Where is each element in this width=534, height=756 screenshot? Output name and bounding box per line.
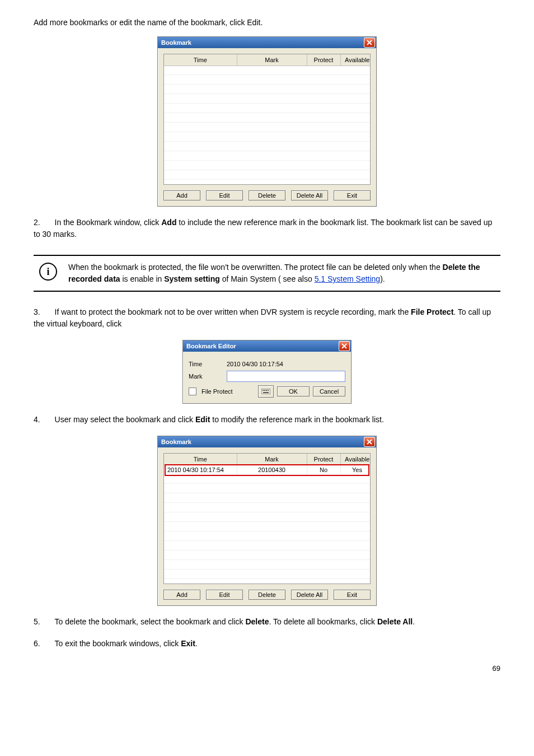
col-time[interactable]: Time xyxy=(164,54,237,66)
edit-button[interactable]: Edit xyxy=(206,190,243,200)
col-available[interactable]: Available xyxy=(340,54,371,66)
step-bold: Delete All xyxy=(377,617,413,626)
step-bold: File Protect xyxy=(411,307,453,316)
info-text: is enable in xyxy=(120,274,165,283)
step-number: 2. xyxy=(34,218,40,227)
dialog-title: Bookmark xyxy=(161,39,364,46)
step-text: . To delete all bookmarks, click xyxy=(269,617,377,626)
close-icon[interactable] xyxy=(339,341,350,351)
col-mark[interactable]: Mark xyxy=(237,454,307,465)
step-bold: Edit xyxy=(195,415,210,424)
cell-time: 2010 04/30 10:17:54 xyxy=(164,465,237,475)
col-available[interactable]: Available xyxy=(340,454,371,465)
step-text: . xyxy=(195,639,198,648)
delete-all-button[interactable]: Delete All xyxy=(291,190,328,200)
svg-rect-3 xyxy=(266,390,267,391)
info-bold: System setting xyxy=(164,274,220,283)
info-text: When the bookmark is protected, the file… xyxy=(68,263,443,272)
step-4: 4. User may select the bookmark and clic… xyxy=(34,414,500,426)
close-icon[interactable] xyxy=(364,437,375,447)
intro-text: Add more bookmarks or edit the name of t… xyxy=(34,17,500,29)
col-mark[interactable]: Mark xyxy=(237,54,307,66)
step-3: 3. If want to protect the bookmark not t… xyxy=(34,306,500,330)
step-bold: Delete xyxy=(245,617,269,626)
step-text: If want to protect the bookmark not to b… xyxy=(55,307,411,316)
info-panel: i When the bookmark is protected, the fi… xyxy=(34,255,500,292)
col-protect[interactable]: Protect xyxy=(307,54,340,66)
svg-rect-2 xyxy=(264,390,265,391)
exit-button[interactable]: Exit xyxy=(334,190,371,200)
step-number: 3. xyxy=(34,307,40,316)
file-protect-label: File Protect xyxy=(202,388,233,395)
table-row[interactable]: 2010 04/30 10:17:54 20100430 No Yes xyxy=(164,465,371,475)
cell-mark: 20100430 xyxy=(237,465,307,475)
svg-rect-0 xyxy=(261,389,270,394)
info-text: of Main System ( see also xyxy=(220,274,315,283)
info-link[interactable]: 5.1 System Setting xyxy=(315,274,381,283)
mark-label: Mark xyxy=(189,373,220,380)
svg-rect-4 xyxy=(268,390,269,391)
delete-all-button[interactable]: Delete All xyxy=(291,590,328,600)
time-value: 2010 04/30 10:17:54 xyxy=(227,361,345,367)
bookmark-dialog-populated: Bookmark Time xyxy=(157,436,377,606)
delete-button[interactable]: Delete xyxy=(249,590,285,600)
step-text: to modify the reference mark in the book… xyxy=(210,415,383,424)
step-6: 6. To exit the bookmark windows, click E… xyxy=(34,638,500,650)
exit-button[interactable]: Exit xyxy=(334,590,371,600)
ok-button[interactable]: OK xyxy=(277,386,310,396)
delete-button[interactable]: Delete xyxy=(249,190,285,200)
step-number: 4. xyxy=(34,415,40,424)
add-button[interactable]: Add xyxy=(163,190,200,200)
page-number: 69 xyxy=(34,664,500,673)
col-protect[interactable]: Protect xyxy=(307,454,340,465)
bookmark-dialog-empty: Bookmark Time Mark xyxy=(157,36,377,207)
dialog-title: Bookmark Editor xyxy=(186,343,339,349)
step-text: . xyxy=(413,617,415,626)
svg-rect-1 xyxy=(263,390,264,391)
step-text: User may select the bookmark and click xyxy=(55,415,195,424)
info-icon: i xyxy=(39,263,57,281)
mark-input[interactable] xyxy=(227,371,345,382)
dialog-title: Bookmark xyxy=(161,438,364,445)
svg-rect-5 xyxy=(263,392,269,393)
cancel-button[interactable]: Cancel xyxy=(313,386,345,396)
step-bold: Exit xyxy=(181,639,195,648)
step-text: To exit the bookmark windows, click xyxy=(55,639,181,648)
step-number: 6. xyxy=(34,639,40,648)
cell-protect: No xyxy=(307,465,340,475)
info-text: ). xyxy=(380,274,385,283)
cell-available: Yes xyxy=(340,465,371,475)
edit-button[interactable]: Edit xyxy=(206,590,243,600)
step-text: In the Bookmark window, click xyxy=(55,218,162,227)
close-icon[interactable] xyxy=(364,38,375,48)
file-protect-checkbox[interactable] xyxy=(189,388,196,395)
step-5: 5. To delete the bookmark, select the bo… xyxy=(34,616,500,628)
step-text: To delete the bookmark, select the bookm… xyxy=(55,617,246,626)
bookmark-editor-dialog: Bookmark Editor Time 2010 04/30 10:17:54… xyxy=(182,340,352,404)
step-2: 2. In the Bookmark window, click Add to … xyxy=(34,217,500,240)
add-button[interactable]: Add xyxy=(163,590,200,600)
step-bold: Add xyxy=(161,218,176,227)
step-number: 5. xyxy=(34,617,40,626)
col-time[interactable]: Time xyxy=(164,454,237,465)
keyboard-icon[interactable] xyxy=(258,385,274,398)
time-label: Time xyxy=(189,361,220,367)
